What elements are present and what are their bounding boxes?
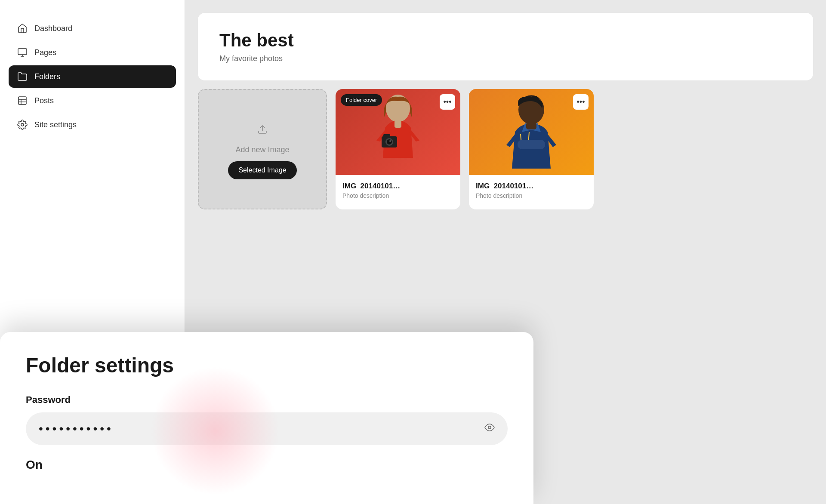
photo-card-1: Folder cover ••• IMG_20140101… Photo des…: [336, 89, 460, 209]
folder-settings-title: Folder settings: [26, 353, 508, 377]
sidebar-item-posts[interactable]: Posts: [9, 89, 176, 112]
photo-person-orange: [488, 93, 574, 175]
password-label: Password: [26, 394, 508, 406]
photo-card-2-info: IMG_20140101… Photo description: [469, 175, 594, 206]
toggle-row: On: [26, 458, 508, 472]
password-input[interactable]: [39, 422, 484, 436]
toggle-label: On: [26, 458, 43, 472]
svg-point-16: [387, 139, 392, 144]
photo-card-1-image: Folder cover •••: [336, 89, 460, 175]
svg-rect-3: [18, 97, 26, 104]
svg-rect-20: [518, 140, 545, 149]
svg-rect-0: [18, 49, 27, 55]
password-input-container: [26, 412, 508, 445]
folder-subtitle: My favorite photos: [219, 54, 792, 63]
sidebar-item-folders[interactable]: Folders: [9, 65, 176, 88]
folder-settings-panel: Folder settings Password On: [0, 332, 533, 504]
settings-icon: [17, 120, 28, 130]
photo-card-2-image: •••: [469, 89, 594, 175]
sidebar-item-site-settings-label: Site settings: [34, 120, 77, 129]
sidebar-item-posts-label: Posts: [34, 96, 54, 105]
add-image-label: Add new Image: [235, 145, 289, 154]
upload-icon: [257, 119, 268, 138]
password-section: Password: [26, 394, 508, 445]
svg-point-17: [389, 140, 391, 142]
svg-rect-18: [395, 120, 401, 128]
folder-title: The best: [219, 30, 792, 51]
sidebar-item-pages-label: Pages: [34, 48, 56, 57]
photo-card-2-desc: Photo description: [476, 192, 587, 199]
home-icon: [17, 23, 28, 34]
sidebar-item-site-settings[interactable]: Site settings: [9, 114, 176, 136]
eye-icon[interactable]: [484, 422, 495, 435]
sidebar-item-folders-label: Folders: [34, 72, 60, 81]
photo-2-more-button[interactable]: •••: [573, 94, 589, 110]
photo-card-2-name: IMG_20140101…: [476, 182, 587, 191]
photo-card-1-desc: Photo description: [342, 192, 453, 199]
photo-1-more-button[interactable]: •••: [440, 94, 455, 110]
photo-card-1-info: IMG_20140101… Photo description: [336, 175, 460, 206]
sidebar-item-dashboard-label: Dashboard: [34, 24, 72, 33]
folder-icon: [17, 71, 28, 82]
svg-rect-21: [526, 123, 536, 129]
svg-rect-14: [383, 134, 390, 138]
posts-icon: [17, 95, 28, 106]
image-grid: Add new Image Selected Image: [198, 89, 813, 209]
photo-card-1-name: IMG_20140101…: [342, 182, 453, 191]
add-image-card[interactable]: Add new Image Selected Image: [198, 89, 327, 209]
folder-cover-badge: Folder cover: [341, 94, 382, 106]
svg-point-7: [21, 123, 24, 126]
sidebar-item-dashboard[interactable]: Dashboard: [9, 17, 176, 40]
svg-point-22: [488, 426, 491, 429]
photo-card-2: ••• IMG_20140101… Photo description: [469, 89, 594, 209]
pages-icon: [17, 47, 28, 58]
sidebar-item-pages[interactable]: Pages: [9, 41, 176, 64]
header-card: The best My favorite photos: [198, 13, 813, 80]
selected-image-button[interactable]: Selected Image: [228, 161, 296, 179]
